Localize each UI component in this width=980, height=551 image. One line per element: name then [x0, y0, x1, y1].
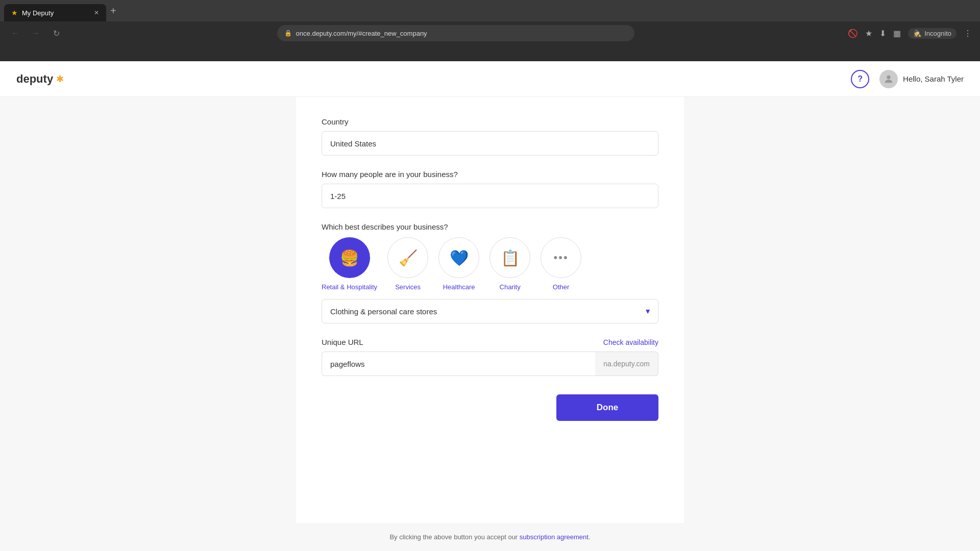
svg-point-0	[887, 75, 890, 79]
bookmark-icon[interactable]: ★	[865, 29, 872, 38]
page: deputy ✱ ? Hello, Sarah Tyler Country Ho…	[0, 61, 980, 551]
url-suffix: na.deputy.com	[595, 352, 658, 376]
incognito-badge: 🕵️ Incognito	[908, 28, 957, 39]
new-tab-button[interactable]: +	[106, 5, 120, 17]
topbar: deputy ✱ ? Hello, Sarah Tyler	[0, 61, 980, 97]
footer-note: By clicking the above button you accept …	[0, 523, 980, 551]
topbar-right: ? Hello, Sarah Tyler	[851, 70, 964, 88]
retail-icon: 🍔	[340, 249, 359, 267]
forward-button[interactable]: →	[29, 26, 43, 40]
refresh-button[interactable]: ↻	[49, 26, 63, 40]
form-container: Country How many people are in your busi…	[296, 97, 684, 523]
menu-icon[interactable]: ⋮	[964, 29, 972, 38]
url-input[interactable]	[322, 352, 595, 376]
deputy-logo: deputy ✱	[16, 72, 64, 86]
done-button[interactable]: Done	[556, 394, 658, 421]
tab-bar: ★ My Deputy ✕ +	[0, 0, 980, 21]
address-text: once.deputy.com/my/#create_new_company	[296, 30, 427, 37]
browser-controls: ← → ↻ 🔒 once.deputy.com/my/#create_new_c…	[0, 21, 980, 45]
charity-icon-circle: 📋	[489, 237, 530, 278]
country-input[interactable]	[322, 131, 658, 156]
browser-right-icons: 🚫 ★ ⬇ ▦ 🕵️ Incognito ⋮	[848, 28, 972, 39]
business-subtype-dropdown[interactable]: Clothing & personal care stores Food & b…	[322, 299, 658, 323]
country-field-group: Country	[322, 117, 658, 156]
user-greeting: Hello, Sarah Tyler	[903, 74, 964, 83]
back-button[interactable]: ←	[8, 26, 22, 40]
biz-option-charity[interactable]: 📋 Charity	[489, 237, 530, 291]
people-field-group: How many people are in your business?	[322, 170, 658, 208]
healthcare-icon-circle: 💙	[438, 237, 479, 278]
footer-text-end: .	[589, 533, 591, 541]
biz-option-services[interactable]: 🧹 Services	[387, 237, 428, 291]
tab-title: My Deputy	[22, 9, 54, 17]
biz-option-other[interactable]: ••• Other	[541, 237, 581, 291]
help-button[interactable]: ?	[851, 70, 869, 88]
unique-url-label: Unique URL	[322, 338, 363, 346]
other-label: Other	[553, 283, 570, 291]
other-icon-circle: •••	[541, 237, 581, 278]
business-type-label: Which best describes your business?	[322, 222, 658, 231]
check-availability-link[interactable]: Check availability	[603, 338, 658, 346]
incognito-icon: 🕵️	[913, 30, 921, 37]
address-bar[interactable]: 🔒 once.deputy.com/my/#create_new_company	[277, 25, 634, 41]
services-icon: 🧹	[399, 249, 418, 267]
tab-favicon: ★	[11, 9, 18, 17]
people-input[interactable]	[322, 184, 658, 208]
logo-text: deputy	[16, 72, 53, 86]
logo-asterisk: ✱	[56, 73, 64, 85]
services-icon-circle: 🧹	[387, 237, 428, 278]
services-label: Services	[395, 283, 421, 291]
extensions-icon[interactable]: ▦	[893, 29, 901, 38]
active-tab: ★ My Deputy ✕	[4, 4, 106, 21]
charity-label: Charity	[500, 283, 521, 291]
subscription-agreement-link[interactable]: subscription agreement	[520, 533, 589, 541]
unique-url-field-group: Unique URL Check availability na.deputy.…	[322, 338, 658, 376]
url-row: na.deputy.com	[322, 352, 658, 376]
incognito-label: Incognito	[924, 30, 951, 37]
country-label: Country	[322, 117, 658, 126]
footer-text: By clicking the above button you accept …	[389, 533, 519, 541]
retail-icon-circle: 🍔	[329, 237, 370, 278]
done-row: Done	[322, 394, 658, 421]
biz-option-retail[interactable]: 🍔 Retail & Hospitality	[322, 237, 377, 291]
biz-option-healthcare[interactable]: 💙 Healthcare	[438, 237, 479, 291]
business-type-field-group: Which best describes your business? 🍔 Re…	[322, 222, 658, 323]
url-header: Unique URL Check availability	[322, 338, 658, 346]
browser-chrome: ★ My Deputy ✕ + ← → ↻ 🔒 once.deputy.com/…	[0, 0, 980, 61]
avatar	[879, 70, 898, 88]
lock-icon: 🔒	[284, 30, 292, 37]
download-icon[interactable]: ⬇	[879, 29, 886, 38]
business-types: 🍔 Retail & Hospitality 🧹 Services 💙	[322, 237, 658, 291]
user-info: Hello, Sarah Tyler	[879, 70, 964, 88]
business-subtype-dropdown-wrap: Clothing & personal care stores Food & b…	[322, 299, 658, 323]
retail-label: Retail & Hospitality	[322, 283, 377, 291]
done-label: Done	[597, 403, 619, 413]
main-content: Country How many people are in your busi…	[0, 97, 980, 523]
people-label: How many people are in your business?	[322, 170, 658, 179]
healthcare-icon: 💙	[450, 249, 469, 267]
tab-close-button[interactable]: ✕	[94, 9, 99, 16]
visibility-off-icon[interactable]: 🚫	[848, 29, 858, 38]
healthcare-label: Healthcare	[443, 283, 475, 291]
charity-icon: 📋	[501, 249, 520, 267]
other-icon: •••	[554, 251, 569, 264]
